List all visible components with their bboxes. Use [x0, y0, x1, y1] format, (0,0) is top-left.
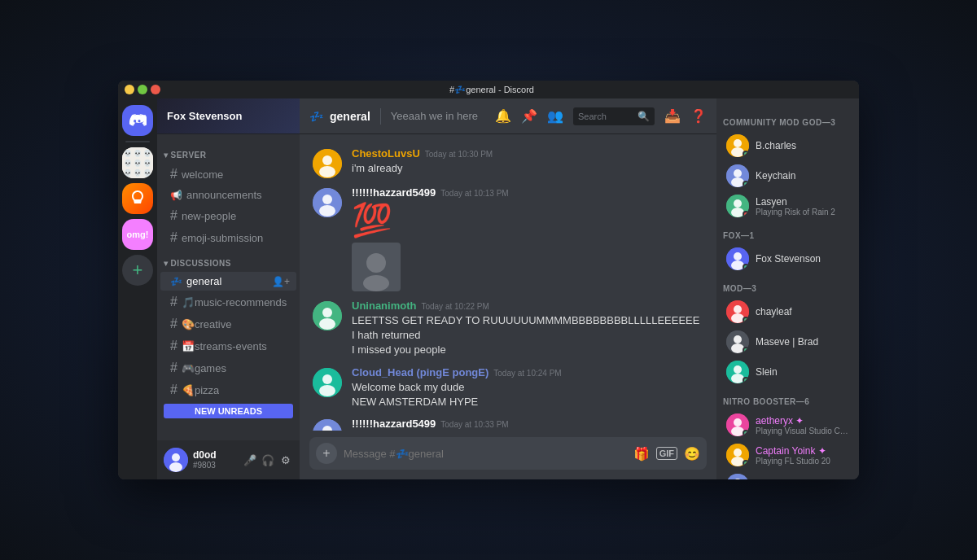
message-author[interactable]: Uninanimoth — [352, 300, 416, 312]
member-item[interactable]: Fox Stevenson — [720, 244, 856, 273]
member-item[interactable]: B.charles — [720, 131, 856, 160]
member-item[interactable]: Keychain — [720, 161, 856, 190]
channel-new-people[interactable]: # new-people — [160, 205, 296, 226]
window-controls — [125, 85, 160, 94]
status-dot — [743, 151, 749, 157]
message-content: Uninanimoth Today at 10:22 PM LEETTSS GE… — [352, 300, 703, 358]
close-button[interactable] — [151, 85, 160, 94]
message-author[interactable]: !!!!!!hazzard5499 — [352, 418, 436, 430]
channel-general[interactable]: 💤 general 👤+ — [160, 272, 296, 291]
message-text: Welcome back my dude — [352, 380, 703, 395]
header-actions: 🔔 📌 👥 Search 🔍 📥 ❓ — [495, 107, 707, 125]
maximize-button[interactable] — [138, 85, 147, 94]
search-bar[interactable]: Search 🔍 — [573, 107, 655, 125]
member-category-mod: MOD—3 — [716, 274, 859, 296]
channel-creative[interactable]: # 🎨creative — [160, 313, 296, 335]
category-server[interactable]: ▾ SERVER — [157, 141, 300, 163]
member-item[interactable]: chayleaf — [720, 297, 856, 326]
member-item[interactable]: Maseve | Brad — [720, 327, 856, 357]
deafen-button[interactable]: 🎧 — [261, 453, 275, 467]
message-header: Uninanimoth Today at 10:22 PM — [352, 300, 703, 312]
svg-point-18 — [319, 205, 335, 217]
member-category-nitro: NITRO BOOSTER—6 — [716, 387, 859, 409]
svg-point-23 — [322, 308, 332, 317]
message-input-area: + 🎁 GIF 😊 — [300, 431, 716, 479]
svg-point-53 — [734, 418, 742, 427]
message-input[interactable] — [344, 448, 627, 460]
channel-announcements[interactable]: 📢 announcements — [160, 186, 296, 204]
channel-music-recommends[interactable]: # 🎵music-recommends — [160, 291, 296, 313]
member-item[interactable]: Slein — [720, 357, 856, 387]
message-author[interactable]: Cloud_Head (pingE pongE) — [352, 366, 488, 378]
header-divider — [380, 108, 381, 125]
members-icon[interactable]: 👥 — [547, 108, 563, 124]
member-info: Slein — [756, 366, 849, 378]
category-discussions[interactable]: ▾ DISCUSSIONS — [157, 249, 300, 271]
server-header[interactable]: Fox Stevenson — [157, 98, 300, 134]
member-avatar — [726, 474, 749, 479]
messages-container: ChestoLuvsU Today at 10:30 PM i'm alread… — [300, 134, 716, 431]
server-name: Fox Stevenson — [167, 110, 242, 122]
channel-hash-icon-3: # — [170, 230, 177, 245]
search-icon: 🔍 — [637, 111, 650, 122]
svg-text:💀: 💀 — [124, 168, 132, 177]
member-category-fox: FOX—1 — [716, 221, 859, 243]
member-avatar — [726, 330, 749, 353]
member-item[interactable]: aetheryx ✦ Playing Visual Studio Code — [720, 410, 856, 440]
user-info: d0od #9803 — [193, 449, 238, 470]
channel-games[interactable]: # 🎮games — [160, 357, 296, 378]
help-icon[interactable]: ❓ — [690, 108, 707, 124]
settings-button[interactable]: ⚙ — [278, 453, 293, 467]
svg-text:💀: 💀 — [143, 149, 151, 157]
gift-icon[interactable]: 🎁 — [633, 446, 650, 462]
mute-button[interactable]: 🎤 — [243, 453, 257, 467]
channel-topic: Yeeaah we in here — [391, 110, 478, 122]
channel-emoji-submission[interactable]: # emoji-submission — [160, 227, 296, 248]
inbox-icon[interactable]: 📥 — [664, 108, 681, 124]
discord-home-button[interactable] — [122, 105, 153, 136]
member-name: chayleaf — [756, 306, 849, 317]
gif-button[interactable]: GIF — [656, 447, 677, 460]
member-item[interactable]: Captain Yoink ✦ Playing FL Studio 20 — [720, 440, 856, 470]
new-unreads-bar[interactable]: NEW UNREADS — [164, 404, 293, 418]
message-header: ChestoLuvsU Today at 10:30 PM — [352, 147, 703, 160]
attach-button[interactable]: + — [316, 443, 337, 464]
emoji-button[interactable]: 😊 — [684, 446, 700, 462]
channel-hash-icon-8: # — [170, 361, 177, 375]
member-avatar — [726, 195, 749, 217]
message-author[interactable]: ChestoLuvsU — [352, 147, 420, 160]
member-avatar — [726, 300, 749, 323]
username: d0od — [193, 449, 238, 461]
minimize-button[interactable] — [125, 85, 134, 94]
notification-bell-icon[interactable]: 🔔 — [495, 108, 511, 124]
channel-welcome[interactable]: # welcome — [160, 164, 296, 185]
pin-icon[interactable]: 📌 — [521, 108, 537, 124]
server-icon-skull[interactable]: 💀 💀 💀 💀 💀 💀 💀 💀 💀 — [122, 147, 153, 178]
svg-point-27 — [319, 385, 335, 396]
svg-point-21 — [363, 275, 389, 291]
channel-streams-events[interactable]: # 📅streams-events — [160, 335, 296, 357]
svg-point-38 — [734, 199, 742, 208]
member-item[interactable]: GeorgeK | Zelvan ✦ — [720, 470, 856, 479]
svg-point-47 — [734, 335, 742, 343]
server-icon-fox[interactable] — [122, 183, 153, 214]
add-member-icon[interactable]: 👤+ — [272, 276, 290, 287]
member-item[interactable]: Lasyen Playing Risk of Rain 2 — [720, 191, 856, 221]
status-dot — [743, 347, 749, 353]
member-name: Maseve | Brad — [756, 336, 849, 348]
message-group: ChestoLuvsU Today at 10:30 PM i'm alread… — [300, 144, 716, 182]
member-info: aetheryx ✦ Playing Visual Studio Code — [756, 415, 849, 435]
add-server-button[interactable]: + — [122, 255, 153, 286]
message-timestamp: Today at 10:24 PM — [493, 369, 561, 378]
channel-pizza[interactable]: # 🍕pizza — [160, 379, 296, 400]
message-timestamp: Today at 10:30 PM — [425, 150, 493, 159]
svg-point-44 — [734, 305, 742, 313]
window-title: #💤general - Discord — [160, 85, 823, 95]
member-avatar — [726, 413, 749, 436]
message-emoji: 💯 — [352, 200, 703, 239]
message-group: Uninanimoth Today at 10:22 PM LEETTSS GE… — [300, 296, 716, 361]
message-author[interactable]: !!!!!!hazzard5499 — [352, 186, 436, 199]
channel-list: ▾ SERVER # welcome 📢 announcements # new… — [157, 134, 300, 440]
message-content: !!!!!!hazzard5499 Today at 10:13 PM 💯 — [352, 186, 703, 291]
server-icon-omg[interactable]: omg! — [122, 219, 153, 250]
